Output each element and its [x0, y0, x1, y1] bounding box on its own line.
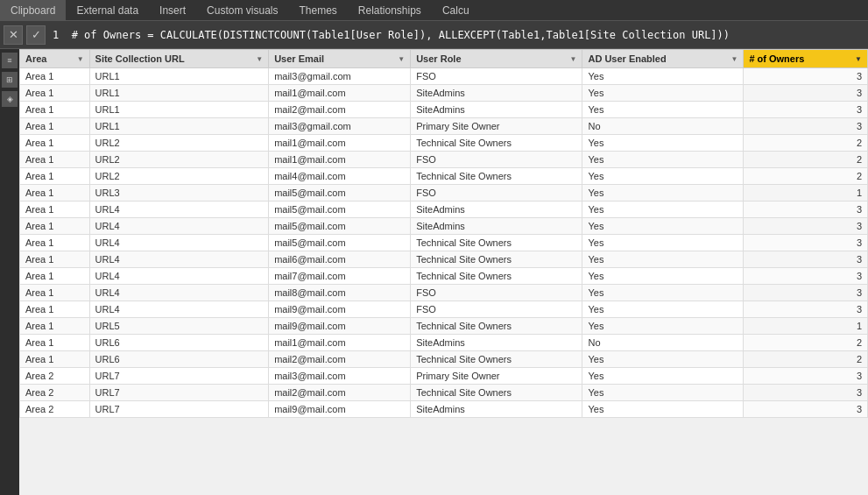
cell-ad-enabled: Yes [582, 385, 744, 401]
menu-themes[interactable]: Themes [288, 0, 347, 20]
cell-url: URL4 [89, 218, 269, 235]
cell-url: URL4 [89, 251, 269, 268]
col-user-role: User Role ▼ [411, 50, 582, 68]
cell-url: URL7 [89, 368, 269, 385]
col-url-filter-icon[interactable]: ▼ [256, 55, 263, 63]
cell-area: Area 2 [20, 368, 90, 385]
cell-email: mail1@mail.com [269, 135, 411, 152]
col-email-filter-icon[interactable]: ▼ [398, 55, 405, 63]
cell-role: SiteAdmins [411, 401, 582, 418]
cell-role: SiteAdmins [411, 85, 582, 102]
cell-ad-enabled: Yes [582, 251, 744, 268]
table-row: Area 1 URL6 mail1@mail.com SiteAdmins No… [20, 335, 868, 351]
cell-owners: 3 [744, 301, 868, 318]
col-owners-filter-icon[interactable]: ▼ [855, 55, 862, 63]
cell-owners: 3 [744, 268, 868, 285]
table-row: Area 1 URL1 mail3@gmail.com Primary Site… [20, 118, 868, 135]
cell-role: Primary Site Owner [411, 118, 582, 135]
cell-area: Area 1 [20, 202, 90, 218]
cell-area: Area 1 [20, 351, 90, 368]
formula-bar: ✕ ✓ [0, 21, 868, 49]
col-site-collection-url: Site Collection URL ▼ [89, 50, 269, 68]
col-role-filter-icon[interactable]: ▼ [570, 55, 577, 63]
sidebar-icon-2[interactable]: ⊞ [2, 72, 18, 88]
sidebar: ≡ ⊞ ◈ [0, 49, 19, 495]
cell-url: URL4 [89, 285, 269, 301]
col-owners: # of Owners ▼ [744, 50, 868, 68]
cell-email: mail3@gmail.com [269, 118, 411, 135]
col-area-filter-icon[interactable]: ▼ [77, 55, 84, 63]
cell-role: Technical Site Owners [411, 168, 582, 185]
table-row: Area 1 URL4 mail5@mail.com Technical Sit… [20, 235, 868, 251]
cell-ad-enabled: Yes [582, 285, 744, 301]
sidebar-icon-1[interactable]: ≡ [2, 53, 18, 68]
main-content: ≡ ⊞ ◈ Area ▼ Site Collection URL [0, 49, 868, 495]
cell-url: URL3 [89, 185, 269, 202]
cell-role: SiteAdmins [411, 202, 582, 218]
cell-area: Area 1 [20, 85, 90, 102]
cell-role: Technical Site Owners [411, 318, 582, 335]
formula-cancel-button[interactable]: ✕ [4, 25, 23, 45]
cell-email: mail3@gmail.com [269, 68, 411, 85]
cell-email: mail9@mail.com [269, 401, 411, 418]
cell-url: URL6 [89, 335, 269, 351]
sidebar-icon-3[interactable]: ◈ [2, 91, 18, 107]
cell-ad-enabled: Yes [582, 135, 744, 152]
cell-owners: 2 [744, 168, 868, 185]
cell-role: SiteAdmins [411, 335, 582, 351]
cell-owners: 3 [744, 285, 868, 301]
cell-email: mail5@mail.com [269, 185, 411, 202]
cell-url: URL7 [89, 385, 269, 401]
table-row: Area 1 URL2 mail1@mail.com FSO Yes 2 [20, 152, 868, 168]
formula-confirm-button[interactable]: ✓ [26, 25, 46, 45]
cell-ad-enabled: Yes [582, 268, 744, 285]
cell-role: FSO [411, 185, 582, 202]
cell-url: URL4 [89, 235, 269, 251]
table-container[interactable]: Area ▼ Site Collection URL ▼ User Email [19, 49, 868, 495]
cell-area: Area 2 [20, 401, 90, 418]
cell-url: URL4 [89, 268, 269, 285]
cell-owners: 2 [744, 351, 868, 368]
cell-area: Area 1 [20, 102, 90, 118]
cell-url: URL4 [89, 301, 269, 318]
cell-role: SiteAdmins [411, 218, 582, 235]
cell-url: URL6 [89, 351, 269, 368]
cell-email: mail5@mail.com [269, 202, 411, 218]
menu-relationships[interactable]: Relationships [348, 0, 432, 20]
cell-area: Area 1 [20, 152, 90, 168]
col-ad-filter-icon[interactable]: ▼ [730, 55, 737, 63]
formula-input[interactable] [49, 27, 864, 43]
cell-role: Primary Site Owner [411, 368, 582, 385]
cell-owners: 3 [744, 385, 868, 401]
cell-role: Technical Site Owners [411, 268, 582, 285]
cell-ad-enabled: Yes [582, 168, 744, 185]
col-ad-user-enabled: AD User Enabled ▼ [582, 50, 744, 68]
cell-ad-enabled: Yes [582, 185, 744, 202]
cell-ad-enabled: Yes [582, 85, 744, 102]
table-row: Area 1 URL4 mail8@mail.com FSO Yes 3 [20, 285, 868, 301]
cell-email: mail2@mail.com [269, 351, 411, 368]
cell-email: mail1@mail.com [269, 335, 411, 351]
menu-calcu[interactable]: Calcu [432, 0, 480, 20]
menu-clipboard[interactable]: Clipboard [0, 0, 66, 20]
cell-ad-enabled: Yes [582, 218, 744, 235]
cell-owners: 3 [744, 235, 868, 251]
cell-owners: 3 [744, 68, 868, 85]
cell-url: URL2 [89, 152, 269, 168]
cell-role: FSO [411, 301, 582, 318]
cell-owners: 1 [744, 185, 868, 202]
cell-owners: 3 [744, 118, 868, 135]
table-row: Area 2 URL7 mail9@mail.com SiteAdmins Ye… [20, 401, 868, 418]
cell-owners: 3 [744, 401, 868, 418]
cell-url: URL4 [89, 202, 269, 218]
menu-custom-visuals[interactable]: Custom visuals [196, 0, 288, 20]
cell-owners: 3 [744, 251, 868, 268]
cell-owners: 2 [744, 135, 868, 152]
cell-area: Area 1 [20, 218, 90, 235]
menu-insert[interactable]: Insert [149, 0, 196, 20]
cell-owners: 3 [744, 85, 868, 102]
cell-owners: 3 [744, 368, 868, 385]
menu-external-data[interactable]: External data [66, 0, 149, 20]
cell-owners: 2 [744, 335, 868, 351]
cell-area: Area 1 [20, 235, 90, 251]
